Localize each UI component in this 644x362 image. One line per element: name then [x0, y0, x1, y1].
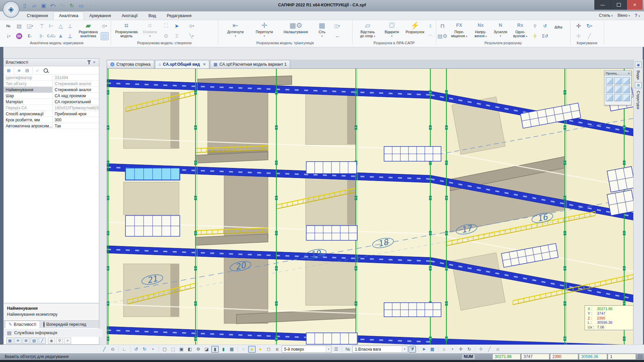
building-model[interactable]: 21 20 19 18 17 16 — [107, 69, 634, 345]
lamp-off-icon[interactable]: ○ — [240, 346, 247, 353]
hinge2-support-icon[interactable]: ▲ — [56, 32, 65, 40]
window-menu-item[interactable]: Вікно▾ — [618, 13, 630, 18]
triangulation-settings-button[interactable]: ▦⚙ Налаштування — [280, 21, 312, 41]
pan-icon[interactable]: ✢ — [457, 346, 465, 353]
box-lamp-icon[interactable]: ◻ — [265, 346, 272, 353]
tab-stvorennya[interactable]: Створення — [21, 12, 53, 20]
app-logo[interactable]: ◈ — [3, 1, 19, 18]
plate-filter-icon[interactable]: ▧ — [31, 338, 38, 344]
undo-result-icon[interactable]: ↺ — [541, 22, 549, 29]
analytic-view-icon[interactable]: ▮ — [220, 346, 227, 353]
floor-list-icon[interactable]: ☰ — [332, 346, 340, 353]
stiffness-cc-icon[interactable]: C₁C₂ — [47, 32, 56, 40]
mesh-button[interactable]: ▦ Сіть▾ — [314, 21, 330, 41]
help-button[interactable]: ?▾ — [635, 13, 640, 18]
bridge-icon[interactable]: ◠ — [427, 32, 434, 40]
hinge-support-icon[interactable]: △ — [56, 21, 65, 30]
more-dots-icon[interactable]: ▾ — [449, 346, 456, 353]
structure-panel-icon[interactable]: ⊞ — [635, 82, 642, 88]
ibeam-icon[interactable]: Ɪ — [172, 32, 181, 40]
tab-structure[interactable]: Структура — [636, 91, 640, 109]
calculation-button[interactable]: ⚡ Розрахунок — [403, 21, 427, 41]
property-row[interactable]: Ідентифікатор331494 — [4, 75, 99, 81]
cursor-filter-icon[interactable]: ➤ — [420, 346, 428, 353]
rotate-icon[interactable]: ↻▾ — [585, 21, 594, 30]
save-icon[interactable]: ▣ — [40, 2, 48, 10]
axis-mode-icon[interactable]: ⊙▾ — [101, 22, 108, 29]
property-row[interactable]: Переріз СА160x510Прямокутний(S0) — [4, 105, 99, 111]
snap-target-icon[interactable]: ⊙ — [109, 346, 116, 353]
property-row[interactable]: Автоматична апроксим...Так — [4, 123, 99, 129]
alphabetical-view-icon[interactable]: ≡ — [16, 67, 22, 73]
contour-toggle-icon[interactable]: ⬚ — [101, 32, 109, 40]
tab-redaguvannya[interactable]: Редагування — [161, 12, 197, 20]
floor-select[interactable]: 5-й поверх ▾ — [282, 346, 331, 353]
solid-filter-icon[interactable]: ╱ — [39, 338, 46, 344]
lamp-tree-icon[interactable]: ⚲ — [531, 22, 539, 29]
tab-general-view[interactable]: ⌂ CA.spf:Общий вид × — [155, 60, 209, 68]
hidden-line-cube-icon[interactable]: ⬚ — [169, 346, 177, 353]
numbering-icon[interactable]: № — [4, 21, 13, 30]
sync-model-icon[interactable]: ↻ — [68, 2, 76, 10]
select-analytic-icon[interactable]: ➤ — [172, 21, 181, 30]
tab-anotatsii[interactable]: Анотації — [116, 12, 143, 20]
grid-filter-icon[interactable]: ▦ — [6, 338, 13, 344]
num-lock-indicator[interactable]: NUM — [462, 354, 475, 360]
stack-lamp-icon[interactable]: ⧈ — [273, 346, 281, 353]
panels-pair-icon[interactable]: ◫▾ — [333, 22, 341, 29]
move-icon[interactable]: ✢ — [574, 21, 583, 30]
calc-model-button[interactable]: ⌗ Розрахунковамодель — [114, 21, 139, 41]
spring-support-icon[interactable]: ♒ — [15, 32, 23, 40]
line-element-icon[interactable]: ╲▾ — [188, 32, 195, 40]
plane-cut-icon[interactable]: ⧄ — [494, 346, 501, 353]
beam-filter-icon[interactable]: ⊞ — [22, 338, 30, 344]
mesh-view-icon[interactable]: ▦ — [228, 346, 235, 353]
tab-vyd[interactable]: Вид — [143, 12, 162, 20]
ortho-indicator[interactable]: ОРТО — [476, 354, 492, 360]
shaded-view-icon[interactable]: ▮ — [211, 346, 219, 353]
mirror-icon[interactable]: ╱ — [585, 32, 594, 40]
draw-line-icon[interactable]: ╱ — [101, 346, 108, 353]
dhs-icon[interactable]: Δ/hs — [553, 23, 564, 32]
sliding-support-icon[interactable]: ⊢ — [47, 21, 56, 30]
loadcase-select[interactable]: 1.Власна вага ▾ — [353, 346, 408, 353]
rotate-y-icon[interactable]: ↻ — [141, 346, 148, 353]
more-snaps-icon[interactable]: ▾ — [149, 346, 157, 353]
edited-analytics-button[interactable]: ▰ Редагованааналітика — [76, 21, 101, 41]
flag-support-icon[interactable]: ⊩ — [38, 32, 46, 40]
tab-properties[interactable]: ✎ Властивості — [5, 321, 40, 328]
move-copy-icon[interactable]: ✢ — [574, 32, 583, 40]
span-arrows-icon[interactable]: ↔ — [333, 32, 341, 40]
lamp-on-icon[interactable]: ● — [248, 346, 256, 353]
table-filter-icon[interactable]: ▦ — [429, 346, 436, 353]
property-row[interactable]: Тип об'єктуСтержневий аналог — [4, 81, 99, 87]
projection-right-icon[interactable] — [606, 85, 613, 93]
property-row-selected[interactable]: НайменуванняСтержневой аналог — [4, 87, 99, 93]
stresses-button[interactable]: Nx Напру- ження ▾ — [471, 21, 490, 41]
close-icon[interactable]: × — [92, 60, 97, 65]
property-row[interactable]: ШарСА над проемом — [4, 93, 99, 99]
redo-icon[interactable]: ↷▾ — [58, 2, 66, 10]
intersect-button[interactable]: ✛ Перетнути▾ — [251, 21, 278, 41]
solid-cube-icon[interactable]: ▣ — [178, 346, 185, 353]
displacements-button[interactable]: FX Пере- міщення ▾ — [449, 21, 470, 41]
update-button[interactable]: ⌗ Оновити▾ — [140, 21, 160, 41]
property-row[interactable]: Крок розбиття, мм300 — [4, 117, 99, 123]
wireframe-cube-icon[interactable]: ▢ — [161, 346, 168, 353]
plane-edit-icon[interactable]: ╱ — [486, 346, 493, 353]
property-row[interactable]: Спосіб апроксимаціїПриблизний крок — [4, 111, 99, 117]
tab-analitika[interactable]: Аналітика — [53, 12, 84, 20]
load-down-icon[interactable]: ↓▾ — [4, 32, 13, 40]
search-icon[interactable] — [43, 67, 49, 73]
stack-loads-icon[interactable]: ▤ — [15, 21, 23, 30]
loadcase-number-icon[interactable]: № — [344, 346, 352, 353]
close-icon[interactable]: ✕ — [627, 0, 643, 10]
textured-cube-icon[interactable]: ◧ — [186, 346, 194, 353]
projection-left-icon[interactable] — [623, 77, 630, 84]
tab-calc-model[interactable]: ▦ CA.spf:Расчетная модель вариант 1 — [210, 60, 290, 68]
export-sheet-icon[interactable]: ⇩ — [427, 22, 434, 29]
new-file-icon[interactable]: ▯ — [21, 2, 29, 10]
ortho-corner-icon[interactable]: ∟ — [121, 346, 128, 353]
close-icon[interactable]: × — [628, 71, 630, 75]
apply-check-icon[interactable]: ✓ — [35, 67, 41, 73]
